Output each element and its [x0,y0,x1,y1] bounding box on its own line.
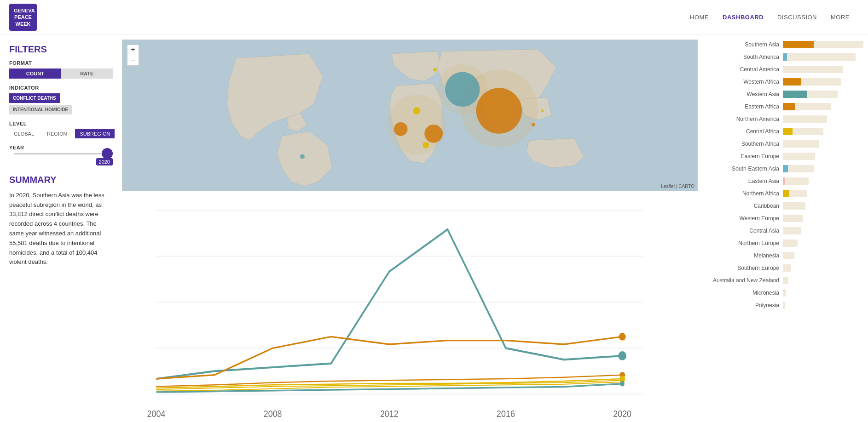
bar-track [783,289,863,297]
filters-title: FILTERS [9,44,113,55]
bar-track [783,41,863,48]
bar-row[interactable]: South America [707,52,863,62]
year-slider-track [14,153,108,154]
eastern-africa-bubble [424,125,443,143]
world-map [122,40,697,191]
bar-row[interactable]: Western Europe [707,213,863,223]
bar-label: Southern Europe [707,265,783,271]
bar-background [783,289,786,297]
bar-track [783,190,863,197]
logo-line1: GENEVA [14,7,32,14]
logo: GENEVA PEACE WEEK [9,4,37,31]
bar-track [783,53,863,61]
main-layout: FILTERS FORMAT COUNT RATE INDICATOR CONF… [0,35,868,422]
year-slider[interactable]: 2020 [9,153,113,165]
bar-track [783,302,863,309]
bar-track [783,78,863,86]
year-value: 2020 [96,158,113,165]
map-attribution: Leaflet | CARTO [661,184,694,189]
bar-background [783,115,827,123]
svg-text:2020: 2020 [613,409,631,419]
bar-row[interactable]: Southern Asia [707,40,863,50]
bar-row[interactable]: Eastern Europe [707,151,863,161]
nav-discussion[interactable]: DISCUSSION [777,14,817,21]
bar-row[interactable]: Central America [707,64,863,74]
sidebar: FILTERS FORMAT COUNT RATE INDICATOR CONF… [0,35,122,422]
south-america-bubble [300,154,305,159]
bar-label: Northern America [707,116,783,122]
western-africa-bubble [394,122,408,136]
bar-row[interactable]: Micronesia [707,288,863,298]
nav-dashboard[interactable]: DASHBOARD [723,14,764,21]
bar-row[interactable]: Melanesia [707,251,863,261]
center-content: + − [122,35,702,422]
bar-label: Central Asia [707,228,783,234]
bar-background [783,277,788,284]
format-toggle: COUNT RATE [9,68,113,79]
svg-text:2012: 2012 [380,409,399,419]
indicator-homicide-btn[interactable]: INTENTIONAL HOMICIDE [9,105,72,114]
bar-background [783,302,785,309]
year-slider-thumb[interactable] [102,148,113,159]
bar-fill [783,190,789,197]
bar-row[interactable]: Eastern Asia [707,176,863,186]
bar-row[interactable]: Central Asia [707,226,863,236]
sea-bubble [532,123,535,126]
bar-row[interactable]: Eastern Africa [707,102,863,112]
bar-fill [783,103,795,110]
format-label: FORMAT [9,60,113,66]
bar-row[interactable]: Western Africa [707,77,863,87]
bar-track [783,215,863,222]
bar-row[interactable]: Central Africa [707,126,863,137]
bar-row[interactable]: Southern Europe [707,263,863,273]
nav-more[interactable]: MORE [831,14,850,21]
bar-track [783,177,863,185]
map-zoom-controls: + − [127,45,139,66]
bar-label: South-Eastern Asia [707,165,783,172]
indicator-conflict-btn[interactable]: CONFLICT DEATHS [9,93,60,103]
logo-line2: PEACE [14,14,32,20]
bar-row[interactable]: Northern America [707,114,863,124]
bar-track [783,264,863,272]
bar-row[interactable]: Western Asia [707,89,863,99]
bar-background [783,53,856,61]
bar-row[interactable]: Northern Europe [707,238,863,248]
bar-row[interactable]: Australia and New Zealand [707,275,863,285]
bar-row[interactable]: South-Eastern Asia [707,164,863,174]
format-count-btn[interactable]: COUNT [9,68,61,79]
bar-track [783,202,863,210]
central-africa-bubble [422,142,429,148]
summary-title: SUMMARY [9,175,113,185]
bar-background [783,66,843,73]
svg-text:2004: 2004 [147,409,166,419]
level-subregion-btn[interactable]: SUBREGION [75,129,115,138]
level-region-btn[interactable]: REGION [42,129,71,138]
bar-label: South America [707,54,783,60]
year-slider-fill [14,153,108,154]
bar-row[interactable]: Caribbean [707,201,863,211]
level-label: LEVEL [9,121,113,126]
main-nav: HOME DASHBOARD DISCUSSION MORE [690,14,850,21]
bar-background [783,153,815,160]
format-rate-btn[interactable]: RATE [61,68,113,79]
level-group: GLOBAL REGION SUBREGION COUNTRY [9,129,113,138]
bar-label: Northern Africa [707,190,783,197]
western-asia-bubble [445,72,480,107]
nav-home[interactable]: HOME [690,14,709,21]
bar-background [783,252,794,259]
bar-fill [783,41,814,48]
bar-row[interactable]: Southern Africa [707,139,863,149]
bar-track [783,277,863,284]
svg-point-19 [620,382,625,387]
bar-fill [783,78,801,86]
bar-row[interactable]: Polynesia [707,300,863,310]
bar-label: Eastern Asia [707,178,783,184]
bar-background [783,215,803,222]
level-global-btn[interactable]: GLOBAL [9,129,39,138]
bar-row[interactable]: Northern Africa [707,188,863,199]
bar-label: Western Asia [707,91,783,97]
zoom-in-button[interactable]: + [127,45,139,55]
bar-fill [783,165,788,172]
svg-point-12 [618,351,626,360]
zoom-out-button[interactable]: − [127,55,139,65]
